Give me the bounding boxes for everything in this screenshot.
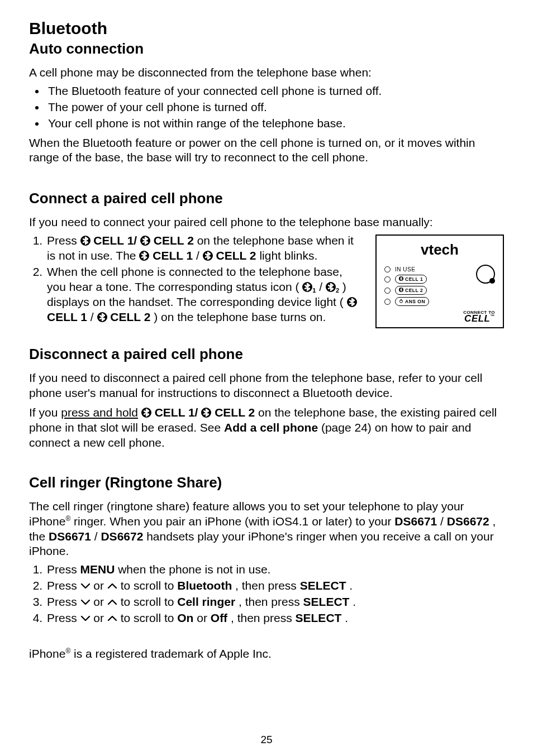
heading-connect: Connect a paired cell phone: [29, 190, 504, 207]
text: ANS ON: [405, 299, 425, 304]
text: iPhone: [29, 647, 65, 660]
chevron-up-icon: [107, 583, 117, 590]
list-item: Press or to scroll to Cell ringer , then…: [46, 595, 504, 610]
connect-steps: Press CELL 1/ CELL 2 on the telephone ba…: [29, 233, 359, 324]
text: On: [177, 611, 193, 624]
led-icon: [384, 276, 391, 283]
text: Bluetooth: [177, 579, 232, 592]
bluetooth-icon: [326, 282, 336, 292]
text: CELL: [464, 313, 490, 324]
text: is a registered trademark of Apple Inc.: [74, 647, 272, 660]
bluetooth-icon: [399, 276, 403, 282]
connect-intro: If you need to connect your paired cell …: [29, 215, 504, 230]
text: DS6672: [101, 530, 143, 543]
text: Press: [47, 563, 80, 576]
cell-logo: CELL™: [464, 313, 495, 324]
bluetooth-icon: [141, 408, 151, 418]
ans-on-button-icon: ANS ON: [395, 297, 429, 306]
text: CELL 1/: [93, 234, 137, 247]
text: to scroll to: [121, 595, 178, 608]
text: or: [93, 579, 107, 592]
text: CELL 2: [154, 234, 194, 247]
ans-on-row: ANS ON: [384, 297, 495, 306]
bluetooth-icon: [399, 288, 403, 293]
bluetooth-icon: [201, 408, 211, 418]
vtech-logo: vtech: [384, 241, 495, 259]
in-use-label: IN USE: [395, 266, 415, 272]
disconnect-p2: If you press and hold CELL 1/ CELL 2 on …: [29, 405, 504, 451]
disconnect-p1: If you need to disconnect a paired cell …: [29, 371, 504, 401]
manual-page: Bluetooth Auto connection A cell phone m…: [0, 0, 533, 756]
list-item: The Bluetooth feature of your connected …: [46, 84, 504, 99]
text: or: [93, 611, 107, 624]
text: CELL 1: [153, 249, 193, 262]
text: or: [197, 611, 211, 624]
text: DS6672: [447, 515, 489, 528]
text: , then press: [239, 595, 303, 608]
ringer-steps: Press MENU when the phone is not in use.…: [29, 562, 504, 626]
text: CELL 1: [405, 276, 423, 282]
heading-auto-connection: Auto connection: [29, 40, 504, 58]
text: CELL 2: [215, 406, 255, 419]
heading-cell-ringer: Cell ringer (Ringtone Share): [29, 474, 504, 491]
trademark-symbol: ™: [491, 314, 496, 319]
text: CELL 2: [405, 288, 423, 293]
auto-outro: When the Bluetooth feature or power on t…: [29, 136, 504, 166]
text: DS6671: [49, 530, 91, 543]
page-number: 25: [0, 734, 533, 746]
text: .: [349, 579, 353, 592]
led-icon: [384, 266, 391, 272]
text: CELL 2: [110, 310, 150, 323]
bluetooth-icon: [140, 236, 150, 246]
list-item: The power of your cell phone is turned o…: [46, 100, 504, 115]
text: Press: [47, 595, 80, 608]
text: When the cell phone is connected to the …: [47, 265, 342, 293]
chevron-up-icon: [107, 615, 117, 622]
text: MENU: [80, 563, 115, 576]
list-item: Press CELL 1/ CELL 2 on the telephone ba…: [46, 233, 359, 264]
led-icon: [384, 299, 391, 305]
bluetooth-icon: [203, 251, 213, 261]
text: .: [353, 595, 356, 608]
text: Press: [47, 234, 80, 247]
press-and-hold-text: press and hold: [61, 406, 138, 419]
text: /: [319, 280, 322, 293]
text: CELL 1/: [155, 406, 198, 419]
bluetooth-icon: [347, 297, 357, 307]
heading-disconnect: Disconnect a paired cell phone: [29, 346, 504, 363]
text: , then press: [235, 579, 300, 592]
chevron-down-icon: [80, 615, 91, 622]
trademark-notice: iPhone® is a registered trademark of App…: [29, 647, 504, 661]
power-icon: [399, 299, 403, 304]
text: Cell ringer: [177, 595, 235, 608]
text: ringer. When you pair an iPhone (with iO…: [74, 515, 394, 528]
cell2-button-icon: CELL 2: [395, 286, 427, 295]
ringer-p1: The cell ringer (ringtone share) feature…: [29, 499, 504, 559]
list-item: Press or to scroll to On or Off , then p…: [46, 611, 504, 626]
text: CELL 2: [216, 249, 256, 262]
text: /: [196, 249, 199, 262]
telephone-base-illustration: vtech IN USE CELL 1 CELL 2: [375, 235, 504, 328]
list-item: Press or to scroll to Bluetooth , then p…: [46, 578, 504, 594]
list-item: Press MENU when the phone is not in use.: [46, 562, 504, 577]
bluetooth-icon: [97, 312, 107, 322]
text: handsets play your iPhone's ringer when …: [29, 530, 494, 558]
led-icon: [384, 288, 391, 294]
bluetooth-icon: [80, 236, 91, 246]
subscript-1: 1: [312, 287, 316, 294]
round-button-icon: [476, 265, 495, 284]
text: SELECT: [300, 579, 346, 592]
chevron-down-icon: [80, 583, 91, 590]
list-item: When the cell phone is connected to the …: [46, 265, 359, 325]
auto-bullet-list: The Bluetooth feature of your connected …: [29, 84, 504, 131]
text: /: [94, 530, 98, 543]
cell2-row: CELL 2: [384, 286, 495, 295]
text: SELECT: [303, 595, 350, 608]
bluetooth-icon: [302, 282, 312, 292]
text: SELECT: [296, 611, 342, 624]
registered-symbol: ®: [65, 515, 70, 523]
text: Press: [47, 579, 80, 592]
text: CELL 1: [47, 310, 87, 323]
text: If you: [29, 406, 61, 419]
text: .: [345, 611, 348, 624]
